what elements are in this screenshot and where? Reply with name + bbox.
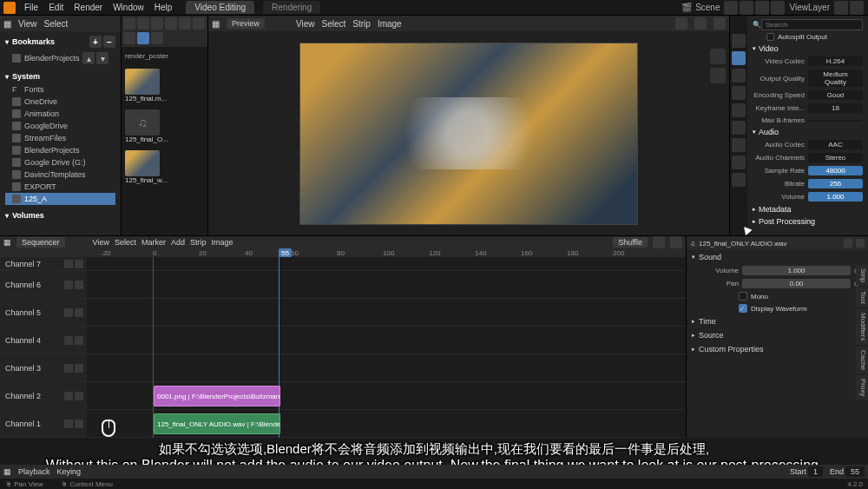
file-thumb-video[interactable] bbox=[125, 69, 160, 95]
forward-icon[interactable] bbox=[137, 17, 149, 30]
display-icon[interactable] bbox=[123, 32, 135, 44]
prop-tab-material-icon[interactable] bbox=[732, 173, 746, 187]
channel-mute-icon[interactable] bbox=[75, 364, 83, 373]
seq-image-menu[interactable]: Image bbox=[211, 238, 233, 247]
bookmark-item[interactable]: BlenderProjects ▴ ▾ bbox=[5, 50, 115, 66]
seq-tab-tool[interactable]: Tool bbox=[856, 287, 868, 307]
seq-add-menu[interactable]: Add bbox=[171, 238, 185, 247]
folder-label[interactable]: render_poster bbox=[125, 50, 204, 62]
menu-edit[interactable]: Edit bbox=[43, 3, 69, 12]
seq-tab-cache[interactable]: Cache bbox=[856, 347, 868, 373]
seq-snap-icon[interactable] bbox=[653, 236, 665, 248]
postprocessing-section-header[interactable]: Post Processing bbox=[749, 215, 866, 228]
preview-mode-dropdown[interactable]: Preview bbox=[227, 18, 265, 29]
volume-input[interactable]: 1.000 bbox=[808, 192, 863, 202]
strip-volume-input[interactable]: 1.000 bbox=[742, 266, 851, 275]
system-item[interactable]: Animation bbox=[5, 108, 115, 120]
audio-strip[interactable]: 125_final_ONLY AUDIO.wav | F:\Blender bbox=[154, 413, 280, 434]
file-thumb-video[interactable] bbox=[125, 150, 160, 176]
menu-render[interactable]: Render bbox=[69, 3, 108, 12]
channel-lock-icon[interactable] bbox=[64, 420, 73, 428]
autosplit-checkbox[interactable] bbox=[766, 33, 774, 41]
channel-lock-icon[interactable] bbox=[64, 281, 73, 289]
preview-view-menu[interactable]: View bbox=[296, 19, 315, 29]
seq-tab-proxy[interactable]: Proxy bbox=[856, 375, 868, 400]
channel-label[interactable]: Channel 5 bbox=[0, 299, 87, 326]
time-section-header[interactable]: Time bbox=[687, 314, 868, 328]
audio-section-header[interactable]: Audio bbox=[749, 126, 866, 138]
seq-ruler[interactable]: -20 0 20 40 60 80 100 120 140 160 180 20… bbox=[0, 248, 686, 257]
bookmarks-header[interactable]: Bookmarks + − bbox=[5, 33, 115, 50]
system-item[interactable]: BlenderProjects bbox=[5, 144, 115, 156]
seq-tab-strip[interactable]: Strip bbox=[856, 265, 868, 286]
end-frame-input[interactable]: 55 bbox=[845, 466, 865, 477]
preview-strip-menu[interactable]: Strip bbox=[352, 19, 371, 29]
menu-window[interactable]: Window bbox=[108, 3, 149, 12]
new-folder-icon[interactable] bbox=[179, 17, 191, 30]
search-icon[interactable] bbox=[193, 17, 205, 30]
blender-logo-icon[interactable] bbox=[3, 2, 16, 14]
fb-editor-icon[interactable]: ▦ bbox=[3, 19, 11, 29]
scene-browse-icon[interactable] bbox=[724, 1, 738, 15]
channel-mute-icon[interactable] bbox=[75, 392, 83, 400]
sound-section-header[interactable]: Sound bbox=[687, 250, 868, 264]
properties-search-input[interactable] bbox=[761, 19, 863, 30]
prop-tab-output-icon[interactable] bbox=[732, 51, 746, 65]
preview-editor-icon[interactable]: ▦ bbox=[212, 19, 220, 29]
preview-select-menu[interactable]: Select bbox=[322, 19, 346, 29]
prop-tab-object-icon[interactable] bbox=[732, 121, 746, 135]
viewlayer-new-icon[interactable] bbox=[834, 1, 848, 15]
channel-mute-icon[interactable] bbox=[75, 336, 83, 345]
prop-tab-scene-icon[interactable] bbox=[732, 86, 746, 100]
prop-tab-modifier-icon[interactable] bbox=[732, 138, 746, 152]
viewlayer-delete-icon[interactable] bbox=[850, 1, 864, 15]
system-item-selected[interactable]: 125_A bbox=[5, 193, 115, 205]
bframes-input[interactable] bbox=[808, 120, 863, 122]
channel-label[interactable]: Channel 1 bbox=[0, 410, 87, 437]
video-codec-dropdown[interactable]: H.264 bbox=[808, 56, 863, 66]
waveform-checkbox[interactable]: ✓ bbox=[739, 304, 747, 313]
mono-checkbox[interactable] bbox=[739, 292, 747, 301]
source-section-header[interactable]: Source bbox=[687, 328, 868, 342]
tab-video-editing[interactable]: Video Editing bbox=[186, 1, 254, 14]
encoding-speed-dropdown[interactable]: Good bbox=[808, 90, 863, 100]
prop-tab-world-icon[interactable] bbox=[732, 103, 746, 117]
channel-lock-icon[interactable] bbox=[64, 392, 73, 400]
viewlayer-selector[interactable]: ViewLayer bbox=[786, 3, 833, 12]
keying-menu[interactable]: Keying bbox=[57, 467, 82, 476]
output-quality-dropdown[interactable]: Medium Quality bbox=[808, 69, 863, 87]
system-item[interactable]: Google Drive (G:) bbox=[5, 156, 115, 169]
seq-marker-menu[interactable]: Marker bbox=[141, 238, 166, 247]
fb-view-menu[interactable]: View bbox=[18, 19, 37, 29]
menu-file[interactable]: File bbox=[19, 3, 43, 12]
hand-icon[interactable] bbox=[710, 68, 726, 83]
start-frame-input[interactable]: 1 bbox=[808, 466, 823, 477]
prop-tab-physics-icon[interactable] bbox=[732, 155, 746, 169]
bookmark-down-icon[interactable]: ▾ bbox=[96, 52, 108, 64]
channel-lock-icon[interactable] bbox=[64, 336, 73, 345]
filter-icon[interactable] bbox=[137, 32, 149, 44]
fb-select-menu[interactable]: Select bbox=[44, 19, 69, 29]
video-section-header[interactable]: Video bbox=[749, 43, 866, 55]
system-item[interactable]: DavinciTemplates bbox=[5, 169, 115, 181]
preview-tool-icon[interactable] bbox=[675, 17, 687, 30]
bookmark-up-icon[interactable]: ▴ bbox=[82, 52, 95, 64]
custom-section-header[interactable]: Custom Properties bbox=[687, 342, 868, 356]
system-item[interactable]: StreamFiles bbox=[5, 132, 115, 144]
channel-label[interactable]: Channel 4 bbox=[0, 327, 87, 354]
strip-toggle-icon[interactable] bbox=[844, 239, 852, 248]
seq-editor-icon[interactable]: ▦ bbox=[3, 238, 11, 247]
seq-view-menu[interactable]: View bbox=[93, 238, 109, 247]
video-strip[interactable]: 0001.png | F:\BlenderProjects\Boltzmann2… bbox=[154, 386, 280, 406]
bookmark-remove-icon[interactable]: − bbox=[103, 36, 115, 48]
up-icon[interactable] bbox=[151, 17, 163, 30]
scene-selector[interactable]: Scene bbox=[692, 3, 723, 12]
audio-codec-dropdown[interactable]: AAC bbox=[808, 140, 863, 149]
seq-mode-dropdown[interactable]: Sequencer bbox=[16, 237, 65, 248]
sample-rate-input[interactable]: 48000 bbox=[808, 166, 863, 175]
metadata-section-header[interactable]: Metadata bbox=[749, 203, 866, 215]
menu-help[interactable]: Help bbox=[149, 3, 178, 12]
channel-lock-icon[interactable] bbox=[64, 260, 73, 268]
preview-tool-icon[interactable] bbox=[713, 17, 726, 30]
preview-viewport[interactable] bbox=[208, 31, 729, 235]
